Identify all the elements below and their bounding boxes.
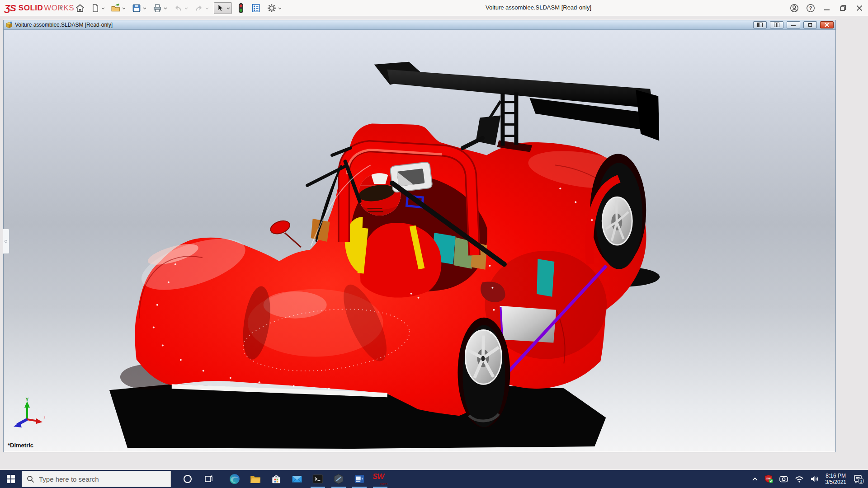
save-icon	[132, 3, 142, 13]
orientation-triad: Y X	[10, 396, 45, 432]
home-icon	[75, 3, 85, 13]
collapsed-pane-tab[interactable]	[3, 229, 9, 254]
restore-icon	[840, 5, 847, 12]
volume-icon[interactable]	[810, 474, 820, 483]
side-mirror	[269, 218, 301, 247]
doc-pane-left-button[interactable]	[753, 21, 767, 28]
new-document-icon	[91, 3, 100, 13]
notification-count: 3	[860, 479, 862, 483]
traffic-light-icon	[237, 3, 245, 14]
chevron-down-icon[interactable]	[164, 7, 167, 9]
store-icon	[270, 473, 282, 485]
doc-pane-split-button[interactable]	[770, 21, 783, 28]
restore-button[interactable]	[838, 3, 848, 13]
save-button[interactable]	[131, 2, 147, 14]
taskbar-app-terminal[interactable]	[307, 470, 328, 488]
tray-clock[interactable]: 8:16 PM 3/5/2021	[825, 473, 846, 485]
help-icon: ?	[806, 4, 815, 13]
taskbar-search[interactable]	[22, 471, 171, 487]
gear-icon	[267, 3, 277, 13]
sill-panel	[500, 306, 556, 343]
undo-button[interactable]	[172, 2, 189, 14]
help-button[interactable]: ?	[806, 3, 816, 13]
doc-minimize-button[interactable]	[787, 21, 800, 28]
wifi-icon[interactable]	[794, 474, 804, 483]
task-view-button[interactable]	[198, 470, 219, 488]
evaluate-button[interactable]	[250, 2, 262, 14]
chevron-down-icon[interactable]	[278, 7, 282, 9]
system-tray: SW 8:16 PM 3/5/2021	[751, 470, 865, 488]
open-folder-icon	[111, 3, 121, 13]
tray-chevron-up-icon[interactable]	[751, 475, 759, 483]
terminal-icon	[312, 473, 324, 485]
close-icon	[824, 23, 830, 27]
doc-restore-button[interactable]	[803, 21, 817, 28]
account-icon	[790, 4, 799, 13]
mail-icon	[291, 473, 303, 485]
menu-flyout-arrow-icon[interactable]	[59, 5, 63, 10]
chevron-down-icon[interactable]	[226, 7, 230, 9]
minimize-icon	[823, 5, 830, 12]
new-document-button[interactable]	[90, 2, 106, 14]
property-list-icon	[251, 3, 261, 13]
search-input[interactable]	[39, 475, 152, 483]
options-button[interactable]	[266, 2, 283, 14]
cortana-button[interactable]	[177, 470, 198, 488]
taskbar-app-window[interactable]	[349, 470, 370, 488]
restore-icon	[807, 23, 813, 27]
hexagon-app-icon	[333, 473, 344, 485]
taskbar-app-hexagon[interactable]	[328, 470, 349, 488]
document-window: Voiture assomblee.SLDASM [Read-only]	[3, 20, 836, 452]
main-toolbar	[74, 0, 283, 16]
logo-mark: ƷS	[5, 3, 16, 14]
doc-close-button[interactable]	[820, 21, 834, 28]
assembly-icon	[5, 21, 13, 28]
close-icon	[856, 5, 863, 12]
rear-left-wheel[interactable]	[458, 318, 510, 427]
app-title: Voiture assomblee.SLDASM [Read-only]	[486, 4, 591, 11]
chevron-down-icon[interactable]	[143, 7, 146, 9]
chevron-down-icon[interactable]	[122, 7, 126, 9]
pane-split-icon	[774, 23, 779, 27]
edge-icon	[229, 473, 241, 485]
select-tool-button[interactable]	[214, 2, 232, 14]
cortana-icon	[182, 474, 193, 484]
taskbar-app-store[interactable]	[266, 470, 287, 488]
taskbar-app-mail[interactable]	[287, 470, 307, 488]
minimize-button[interactable]	[822, 3, 832, 13]
triad-y-label: Y	[25, 397, 29, 402]
open-button[interactable]	[110, 2, 127, 14]
car-3d-model[interactable]	[4, 30, 835, 452]
start-button[interactable]	[0, 470, 22, 488]
close-button[interactable]	[854, 3, 864, 13]
window-controls: ?	[789, 3, 864, 13]
action-center-button[interactable]: 3	[852, 472, 865, 486]
taskbar: SW 2021 SW	[0, 470, 868, 488]
account-button[interactable]	[789, 3, 799, 13]
undo-icon	[173, 3, 183, 13]
side-window	[537, 259, 554, 297]
file-explorer-icon	[250, 473, 261, 485]
solidworks-monitor-icon[interactable]: SW	[764, 474, 774, 483]
solidworks-logo: ƷS SOLID WORKS	[5, 3, 74, 14]
document-titlebar[interactable]: Voiture assomblee.SLDASM [Read-only]	[4, 20, 835, 30]
performance-evaluation-button[interactable]	[236, 2, 246, 14]
taskbar-app-solidworks[interactable]: SW 2021	[370, 470, 391, 488]
print-button[interactable]	[151, 2, 168, 14]
tray-time: 8:16 PM	[825, 473, 846, 479]
minimize-icon	[791, 23, 796, 27]
document-title: Voiture assomblee.SLDASM [Read-only]	[15, 22, 113, 28]
chevron-down-icon	[184, 7, 188, 9]
window-app-icon	[354, 473, 365, 485]
toolbar-separator	[68, 3, 68, 14]
taskbar-app-edge[interactable]	[224, 470, 245, 488]
chevron-down-icon[interactable]	[101, 7, 105, 9]
task-view-icon	[203, 474, 213, 484]
redo-button[interactable]	[193, 2, 210, 14]
meet-now-icon[interactable]	[779, 474, 789, 483]
taskbar-app-file-explorer[interactable]	[245, 470, 266, 488]
action-center-icon: 3	[853, 474, 864, 484]
viewport-3d[interactable]: Y X *Dimetric	[4, 30, 835, 452]
home-button[interactable]	[74, 2, 86, 14]
triad-x-label: X	[43, 415, 45, 420]
